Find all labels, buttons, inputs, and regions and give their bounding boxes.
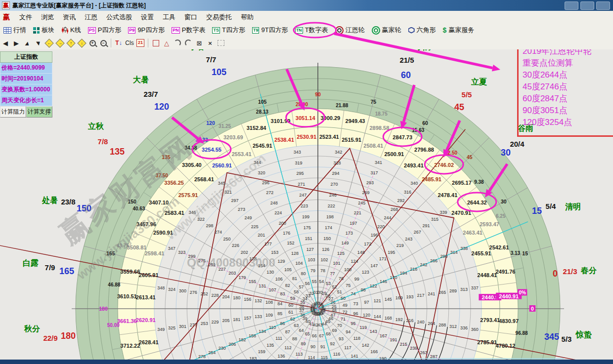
svg-text:60: 60 — [422, 120, 428, 126]
nav-left-icon[interactable]: ◀ — [0, 38, 11, 48]
svg-text:266: 266 — [430, 258, 438, 263]
toolbar-button-label: T数字表 — [305, 26, 328, 35]
close-button[interactable] — [596, 1, 610, 10]
diamond-left-icon[interactable]: ← — [44, 38, 54, 48]
svg-text:120: 120 — [363, 313, 370, 318]
service-icon: $ — [443, 26, 447, 34]
arc-ccw-icon[interactable] — [183, 38, 194, 48]
svg-text:3101.99: 3101.99 — [271, 118, 291, 124]
menu-item-3[interactable]: 江恩 — [80, 11, 102, 23]
zoom-in-icon[interactable]: + — [87, 38, 98, 48]
menu-bar: 赢 文件浏览资讯江恩公式选股设置工具窗口交易委托帮助 — [0, 11, 613, 24]
toolbar-button-ts[interactable]: TST四方形 — [209, 25, 248, 36]
diamond-right-icon[interactable]: → — [54, 38, 65, 48]
svg-text:2523.41: 2523.41 — [319, 134, 339, 140]
svg-text:34.38: 34.38 — [185, 145, 197, 151]
toolbar-button-blocks[interactable]: 板块 — [30, 25, 58, 36]
minimize-button[interactable] — [565, 1, 578, 10]
toolbar-button-label: 赢家轮 — [382, 26, 401, 35]
toolbar-button-tn[interactable]: TNT数字表 — [292, 25, 332, 36]
toolbar-button-label: P数字表 — [182, 26, 206, 35]
toolbar-button-pn[interactable]: PNP数字表 — [168, 25, 209, 36]
svg-text:90: 90 — [310, 344, 315, 349]
toolbar-button-t9[interactable]: T99T四方形 — [249, 25, 292, 36]
svg-text:240: 240 — [417, 320, 424, 324]
calc-resistance-button[interactable]: 计算阻力 — [0, 106, 26, 118]
toolbar-button-hexagon[interactable]: 六角形 — [405, 25, 439, 36]
svg-text:276: 276 — [190, 290, 197, 295]
svg-text:131: 131 — [259, 283, 266, 288]
dashed-select-icon[interactable] — [216, 38, 226, 48]
menu-item-8[interactable]: 交易委托 — [202, 11, 236, 23]
calendar-icon[interactable]: 21 — [135, 38, 146, 48]
svg-text:15: 15 — [522, 250, 528, 256]
toolbar-button-service[interactable]: $赢家服务 — [439, 25, 478, 36]
svg-text:130: 130 — [266, 270, 274, 275]
menu-item-7[interactable]: 窗口 — [180, 11, 202, 23]
cls-icon[interactable]: Cls — [124, 38, 135, 48]
key-point-line-6: 120度3254点 — [523, 117, 613, 128]
toolbar-button-winner-wheel[interactable]: 赢家轮 — [368, 25, 405, 36]
svg-text:60: 60 — [288, 303, 293, 308]
drawing-toolbar: ◀▶▲▼←→↑↓+−T↓Cls21△⊠× — [0, 37, 613, 50]
svg-text:3.13: 3.13 — [511, 250, 521, 256]
chart-area[interactable]: 1234567891011121314151617181920212223242… — [0, 49, 613, 360]
t-updown-icon[interactable]: T↓ — [113, 38, 124, 48]
nav-down-icon[interactable]: ▼ — [33, 38, 44, 48]
calc-support-button[interactable]: 计算支撑 — [26, 106, 52, 118]
svg-text:113: 113 — [296, 352, 303, 357]
toolbar-button-label: P四方形 — [98, 26, 122, 35]
menu-item-5[interactable]: 设置 — [136, 11, 158, 23]
svg-text:126: 126 — [322, 247, 329, 252]
svg-text:95: 95 — [350, 321, 355, 326]
svg-text:150: 150 — [77, 203, 91, 213]
rect-tool-icon[interactable] — [150, 38, 161, 48]
svg-text:2500.91: 2500.91 — [384, 151, 404, 157]
nav-right-icon[interactable]: ▶ — [11, 38, 22, 48]
nav-up-icon[interactable]: ▲ — [22, 38, 33, 48]
svg-text:2575.91: 2575.91 — [178, 192, 198, 198]
svg-text:2644.32: 2644.32 — [467, 200, 487, 205]
svg-text:30: 30 — [501, 148, 511, 158]
svg-text:135: 135 — [266, 343, 274, 348]
svg-text:180: 180 — [61, 331, 76, 341]
svg-text:254: 254 — [208, 350, 216, 355]
svg-text:56: 56 — [305, 281, 310, 286]
cross-arrows-icon[interactable]: × — [205, 38, 216, 48]
menu-item-2[interactable]: 资讯 — [58, 11, 80, 23]
svg-text:9.38: 9.38 — [474, 179, 484, 185]
svg-text:107: 107 — [269, 287, 276, 292]
svg-text:21.88: 21.88 — [336, 103, 348, 108]
diamond-up-icon[interactable]: ↑ — [65, 38, 76, 48]
toolbar-button-candlestick[interactable]: K线 — [58, 25, 85, 36]
svg-text:274: 274 — [215, 230, 222, 235]
svg-text:115: 115 — [321, 355, 328, 360]
svg-text:205: 205 — [222, 318, 229, 323]
title-bar[interactable]: 赢 赢家江恩专业版[赢家服务平台] - [上证指数 江恩轮] — [0, 0, 613, 11]
svg-text:197: 197 — [350, 221, 357, 226]
svg-text:299: 299 — [188, 254, 196, 259]
arc-cw-icon[interactable] — [172, 38, 183, 48]
toolbar-button-ps[interactable]: PSP四方形 — [85, 25, 125, 36]
diamond-down-icon[interactable]: ↓ — [76, 38, 87, 48]
zoom-out-icon[interactable]: − — [98, 38, 109, 48]
box-x-icon[interactable]: ⊠ — [194, 38, 205, 48]
maximize-button[interactable] — [580, 1, 594, 10]
menu-item-9[interactable]: 帮助 — [236, 11, 258, 23]
menu-item-4[interactable]: 公式选股 — [102, 11, 136, 23]
svg-text:82: 82 — [285, 283, 290, 288]
toolbar-button-table[interactable]: 行情 — [0, 25, 30, 36]
toolbar-button-p9[interactable]: P99P四方形 — [125, 25, 168, 36]
svg-text:50.00: 50.00 — [107, 323, 120, 328]
svg-text:336: 336 — [460, 325, 468, 330]
svg-text:60: 60 — [401, 70, 411, 80]
toolbar-button-gann-wheel[interactable]: 江恩轮 — [332, 25, 368, 36]
menu-item-6[interactable]: 工具 — [158, 11, 180, 23]
svg-text:2538.41: 2538.41 — [274, 137, 294, 143]
svg-text:247: 247 — [299, 193, 306, 198]
triangle-tool-icon[interactable]: △ — [161, 38, 172, 48]
menu-item-1[interactable]: 浏览 — [37, 11, 58, 23]
menu-item-0[interactable]: 文件 — [15, 11, 37, 23]
svg-text:2553.41: 2553.41 — [232, 151, 252, 157]
svg-text:3051.14: 3051.14 — [296, 115, 316, 121]
